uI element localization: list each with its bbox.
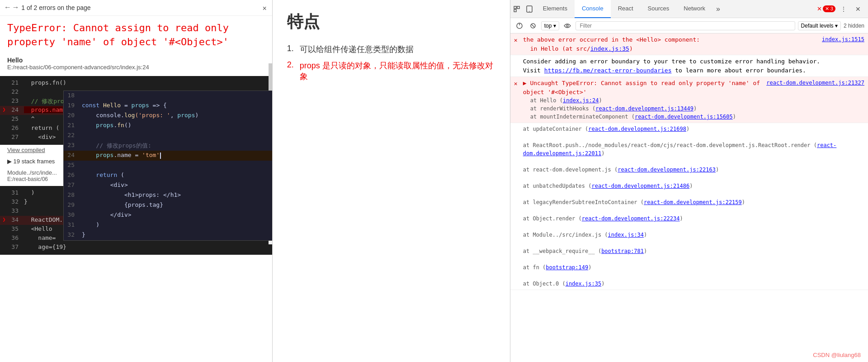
close-button[interactable]: × [262, 5, 266, 13]
scrollbar-thumb[interactable] [269, 63, 272, 90]
tab-elements[interactable]: Elements [536, 0, 575, 18]
context-value: top [544, 23, 552, 29]
ov-line-30: 30 </div> [64, 210, 273, 220]
more-tabs[interactable]: » [712, 5, 724, 13]
code-overlay-popup: 18 19 const Hello = props => { 20 consol… [63, 90, 273, 241]
ov-line-29: 29 {props.tag} [64, 200, 273, 210]
error-icon-1: ✕ [514, 36, 518, 45]
inspect-icon[interactable] [510, 0, 523, 18]
ov-line-25: 25 [64, 161, 273, 171]
ov-line-22: 22 [64, 131, 273, 141]
filter-input[interactable] [576, 21, 795, 30]
webpage-content: 特点 1. 可以给组件传递任意类型的数据 2. props 是只读的对象，只能读… [273, 0, 510, 362]
next-error-arrow[interactable]: → [14, 4, 18, 12]
settings-icon[interactable]: ⋮ [837, 3, 850, 15]
list-item-1: 1. 可以给组件传递任意类型的数据 [287, 44, 495, 55]
ov-line-31: 31 ) [64, 220, 273, 230]
svg-rect-2 [514, 10, 516, 12]
more-options-icon[interactable]: ✕ [852, 3, 864, 15]
mobile-icon[interactable] [523, 0, 536, 18]
ov-line-32: 32 } [64, 230, 273, 240]
tab-react[interactable]: React [611, 0, 641, 18]
error-boundary-link[interactable]: https://fb.me/react-error-boundaries [544, 67, 672, 74]
ov-line-21: 21 props.fn() [64, 121, 273, 131]
source-link-2[interactable]: react-dom.development.js:21327 [766, 79, 864, 87]
console-toolbar: top ▾ Default levels ▾ 2 hidden [510, 18, 868, 33]
cl-37: 37 age={19} [0, 243, 272, 252]
ov-line-26: 26 return ( [64, 171, 273, 181]
error-location: Hello E:/react-basic/06-component-advanc… [0, 55, 272, 76]
levels-dropdown[interactable]: Default levels ▾ [798, 21, 841, 30]
ov-line-23: 23 // 修改props的值: [64, 141, 273, 151]
ov-line-20: 20 console.log('props: ', props) [64, 111, 273, 121]
source-link-1[interactable]: index.js:1515 [822, 35, 864, 43]
ov-line-27: 27 <div> [64, 181, 273, 191]
error-count-label: 1 of 2 errors on the page [21, 4, 90, 11]
error-component: Hello [7, 57, 265, 64]
levels-label: Default levels ▾ [801, 23, 838, 29]
error-overlay-panel: ← → 1 of 2 errors on the page × TypeErro… [0, 0, 273, 362]
devtools-tab-bar: Elements Console React Sources Network »… [510, 0, 868, 18]
hidden-count: 2 hidden [844, 23, 864, 29]
page-heading: 特点 [287, 11, 495, 33]
svg-point-9 [566, 25, 568, 27]
ov-line-19: 19 const Hello = props => { [64, 101, 273, 111]
console-msg-info: Consider adding an error boundary to you… [510, 55, 868, 77]
ov-line-18: 18 [64, 91, 273, 101]
prev-error-arrow[interactable]: ← [5, 4, 10, 12]
chevron-down-icon: ▾ [553, 23, 556, 29]
svg-rect-0 [514, 6, 516, 9]
console-msg-lower-stack: at updateContainer (react-dom.developmen… [510, 123, 868, 290]
watermark: CSDN @liulang68 [813, 352, 861, 358]
tab-sources[interactable]: Sources [641, 0, 677, 18]
console-output[interactable]: ✕ index.js:1515 the above error occurred… [510, 33, 868, 362]
stop-icon[interactable] [514, 20, 525, 31]
clear-icon[interactable] [528, 20, 538, 31]
list-item-2: 2. props 是只读的对象，只能读取属性的值，无法修改对象 [287, 60, 495, 82]
context-selector[interactable]: top ▾ [541, 21, 560, 30]
ov-line-28: 28 <h1>props: </h1> [64, 191, 273, 200]
eye-icon[interactable] [562, 20, 573, 31]
error-icon-2: ✕ [514, 79, 518, 88]
ov-line-24: 24 props.name = 'tom' [64, 151, 273, 161]
tab-network[interactable]: Network [676, 0, 712, 18]
console-msg-2: ✕ react-dom.development.js:21327 ▶ Uncau… [510, 77, 868, 123]
console-msg-1: ✕ index.js:1515 the above error occurred… [510, 33, 868, 55]
error-path: E:/react-basic/06-component-advanced/src… [7, 64, 265, 71]
error-title: TypeError: Cannot assign to read only pr… [0, 16, 272, 55]
svg-line-8 [532, 24, 534, 27]
code-line-21: 21 props.fn() [0, 79, 272, 88]
svg-rect-1 [517, 6, 519, 9]
tab-console[interactable]: Console [575, 0, 611, 18]
keyword-props: props [300, 61, 320, 70]
svg-point-4 [529, 11, 530, 12]
error-nav-bar: ← → 1 of 2 errors on the page × [0, 0, 272, 16]
devtools-panel: Elements Console React Sources Network »… [510, 0, 868, 362]
devtools-tab-actions: ✕ ✕ 3 ⋮ ✕ [817, 3, 868, 15]
